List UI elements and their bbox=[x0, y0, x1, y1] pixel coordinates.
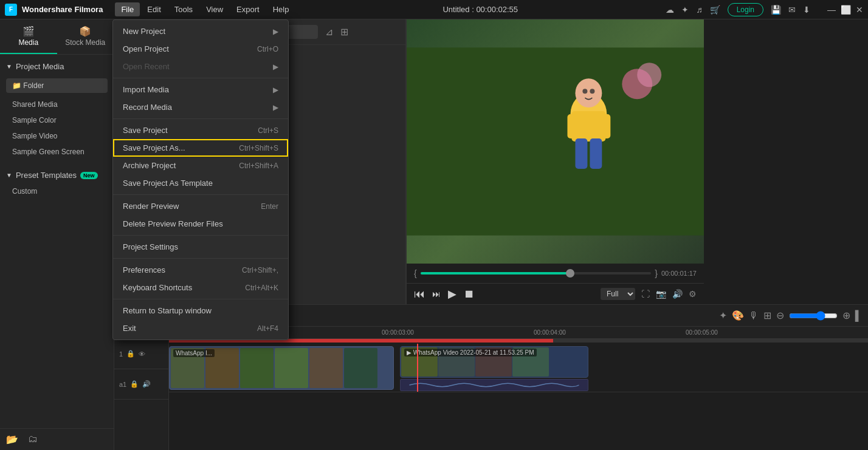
audio-mute-icon[interactable]: 🔊 bbox=[142, 380, 151, 388]
progress-bar-container: { } 00:00:01:17 bbox=[407, 264, 704, 283]
window-controls: — ⬜ ✕ bbox=[827, 5, 863, 15]
menu-preferences[interactable]: Preferences Ctrl+Shift+, bbox=[113, 261, 288, 279]
sidebar-item-custom[interactable]: Custom bbox=[0, 183, 114, 199]
menu-save-project[interactable]: Save Project Ctrl+S bbox=[113, 121, 288, 139]
menu-record-media[interactable]: Record Media ▶ bbox=[113, 98, 288, 116]
color-icon[interactable]: 🎨 bbox=[732, 310, 744, 321]
menu-import-media[interactable]: Import Media ▶ bbox=[113, 81, 288, 98]
audio-lock-icon[interactable]: 🔒 bbox=[130, 380, 139, 388]
menu-open-project[interactable]: Open Project Ctrl+O bbox=[113, 40, 288, 58]
video-track: WhatsApp I... ▶ WhatsApp Video 2022-05-2… bbox=[169, 344, 868, 392]
menu-save-project-as[interactable]: Save Project As... Ctrl+Shift+S bbox=[113, 139, 288, 157]
audio-track-icon[interactable]: 🎙 bbox=[749, 310, 759, 321]
headset-icon[interactable]: ♬ bbox=[696, 5, 703, 15]
video-progress-bar[interactable] bbox=[421, 272, 652, 274]
menu-return-startup[interactable]: Return to Startup window bbox=[113, 302, 288, 319]
step-back-button[interactable]: ⏭ bbox=[432, 289, 441, 299]
bracket-right-icon[interactable]: } bbox=[655, 268, 658, 278]
file-menu-dropdown: New Project ▶ Open Project Ctrl+O Open R… bbox=[112, 19, 289, 340]
stock-icon: 📦 bbox=[61, 26, 111, 37]
grid-view-icon[interactable]: ⊞ bbox=[340, 26, 348, 38]
menu-archive-project[interactable]: Archive Project Ctrl+Shift+A bbox=[113, 157, 288, 174]
settings-icon[interactable]: ⚙ bbox=[689, 289, 697, 299]
menu-view[interactable]: View bbox=[200, 2, 229, 16]
menu-open-recent[interactable]: Open Recent ▶ bbox=[113, 58, 288, 75]
menu-project-settings[interactable]: Project Settings bbox=[113, 238, 288, 256]
sun-icon[interactable]: ✦ bbox=[681, 5, 689, 15]
timeline-content: 1 🔒 👁 a1 🔒 🔊 00:00:02:00 00:0 bbox=[114, 327, 868, 450]
menu-help[interactable]: Help bbox=[267, 2, 295, 16]
stop-button[interactable]: ⏹ bbox=[464, 288, 475, 301]
filter-icon[interactable]: ⊿ bbox=[325, 26, 333, 38]
sidebar-item-sample-color[interactable]: Sample Color bbox=[0, 112, 114, 128]
project-title: Untitled : 00:00:02:55 bbox=[295, 5, 666, 14]
track-number: 1 bbox=[119, 350, 123, 358]
menu-group-exit: Return to Startup window Exit Alt+F4 bbox=[113, 299, 288, 339]
expand-arrow-icon: ▼ bbox=[6, 63, 12, 70]
zoom-select[interactable]: Full 50% 75% bbox=[601, 288, 635, 300]
folder-view-icon[interactable]: 🗂 bbox=[28, 434, 38, 445]
zoom-slider[interactable] bbox=[789, 311, 838, 321]
tab-stock-media[interactable]: 📦 Stock Media bbox=[57, 19, 114, 54]
cart-icon[interactable]: 🛒 bbox=[710, 5, 720, 15]
audio-icon[interactable]: 🔊 bbox=[672, 289, 683, 299]
bracket-left-icon[interactable]: { bbox=[414, 268, 417, 278]
svg-point-20 bbox=[582, 89, 587, 94]
menu-file[interactable]: File bbox=[115, 2, 140, 16]
project-media-header[interactable]: ▼ Project Media bbox=[0, 58, 114, 75]
svg-rect-16 bbox=[567, 114, 576, 138]
tab-media[interactable]: 🎬 Media bbox=[0, 19, 57, 54]
add-folder-icon[interactable]: 📂 bbox=[6, 434, 18, 445]
lock-icon[interactable]: 🔒 bbox=[126, 350, 135, 358]
preview-panel: { } 00:00:01:17 ⏮ ⏭ ▶ bbox=[406, 19, 704, 304]
close-button[interactable]: ✕ bbox=[856, 5, 863, 15]
fullscreen-icon[interactable]: ⛶ bbox=[641, 289, 650, 299]
rewind-button[interactable]: ⏮ bbox=[414, 288, 425, 301]
menu-export[interactable]: Export bbox=[230, 2, 266, 16]
screenshot-icon[interactable]: 📷 bbox=[656, 289, 666, 299]
menu-group-project: New Project ▶ Open Project Ctrl+O Open R… bbox=[113, 20, 288, 78]
menu-exit[interactable]: Exit Alt+F4 bbox=[113, 319, 288, 337]
menu-tools[interactable]: Tools bbox=[168, 2, 199, 16]
eye-icon[interactable]: 👁 bbox=[139, 350, 145, 358]
menu-render-preview[interactable]: Render Preview Enter bbox=[113, 197, 288, 215]
svg-point-21 bbox=[590, 89, 594, 94]
insert-icon[interactable]: ⊞ bbox=[763, 310, 771, 321]
svg-point-14 bbox=[575, 78, 602, 107]
fx-icon[interactable]: ✦ bbox=[719, 310, 727, 321]
sidebar-item-sample-green-screen[interactable]: Sample Green Screen bbox=[0, 144, 114, 160]
sidebar: 🎬 Media 📦 Stock Media ▼ Project Media 📁 … bbox=[0, 19, 114, 450]
current-time-display: 00:00:01:17 bbox=[661, 270, 697, 277]
login-button[interactable]: Login bbox=[728, 3, 763, 16]
maximize-button[interactable]: ⬜ bbox=[841, 5, 851, 15]
sidebar-toggle-icon[interactable]: ▌ bbox=[855, 310, 862, 321]
sidebar-item-sample-video[interactable]: Sample Video bbox=[0, 128, 114, 144]
svg-rect-17 bbox=[602, 114, 610, 138]
save-icon[interactable]: 💾 bbox=[771, 5, 781, 15]
progress-fill bbox=[421, 272, 571, 274]
folder-button[interactable]: 📁 Folder bbox=[6, 78, 108, 93]
preview-right-controls: Full 50% 75% ⛶ 📷 🔊 ⚙ bbox=[601, 288, 697, 300]
zoom-out-icon[interactable]: ⊖ bbox=[776, 310, 784, 321]
media-icon: 🎬 bbox=[4, 26, 53, 37]
new-badge: New bbox=[80, 172, 98, 179]
menu-keyboard-shortcuts[interactable]: Keyboard Shortcuts Ctrl+Alt+K bbox=[113, 279, 288, 296]
preset-arrow-icon: ▼ bbox=[6, 172, 12, 179]
svg-rect-18 bbox=[575, 138, 587, 169]
mail-icon[interactable]: ✉ bbox=[788, 5, 796, 15]
sidebar-item-shared-media[interactable]: Shared Media bbox=[0, 97, 114, 112]
folder-icon: 📁 bbox=[12, 81, 21, 90]
minimize-button[interactable]: — bbox=[827, 5, 836, 15]
cloud-icon[interactable]: ☁ bbox=[666, 5, 674, 15]
progress-handle[interactable] bbox=[566, 269, 574, 278]
play-button[interactable]: ▶ bbox=[448, 287, 456, 301]
preset-templates-header[interactable]: ▼ Preset Templates New bbox=[0, 167, 114, 183]
submenu-arrow-icon: ▶ bbox=[273, 63, 278, 71]
menu-new-project[interactable]: New Project ▶ bbox=[113, 22, 288, 40]
menu-save-as-template[interactable]: Save Project As Template bbox=[113, 174, 288, 192]
menu-delete-preview[interactable]: Delete Preview Render Files bbox=[113, 215, 288, 233]
video-track-label: 1 🔒 👁 bbox=[114, 339, 168, 369]
zoom-in-icon[interactable]: ⊕ bbox=[842, 310, 850, 321]
menu-edit[interactable]: Edit bbox=[141, 2, 167, 16]
download-icon[interactable]: ⬇ bbox=[803, 5, 810, 15]
